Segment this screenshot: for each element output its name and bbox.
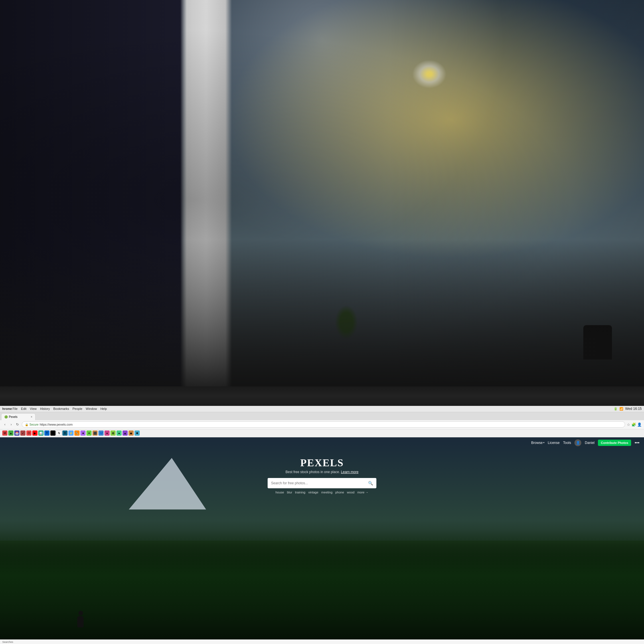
photo-background <box>0 0 309 309</box>
photo-overlay <box>0 0 309 309</box>
